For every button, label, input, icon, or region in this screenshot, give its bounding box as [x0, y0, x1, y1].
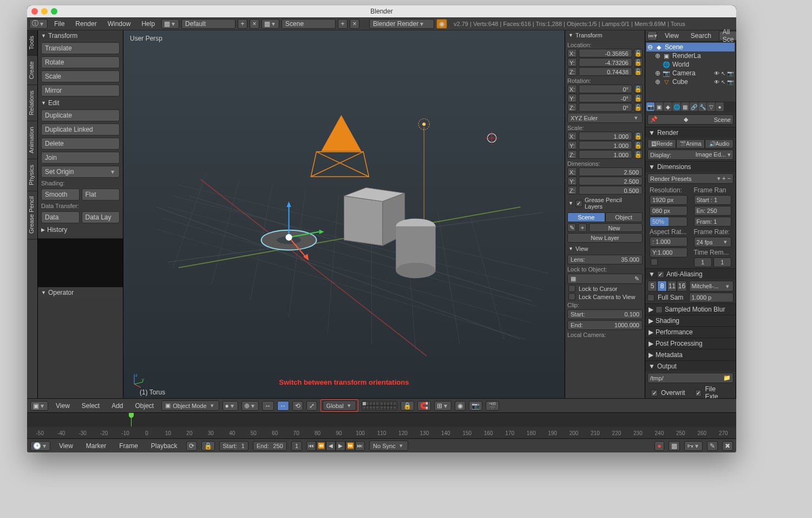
timeremap-old-field[interactable]: 1: [694, 257, 712, 267]
aa-16-button[interactable]: 16: [677, 281, 686, 292]
render-engine-selector[interactable]: Blender Render▾: [369, 19, 434, 29]
render-icon[interactable]: 📷: [727, 70, 734, 76]
mode-selector[interactable]: ▣Object Mode▾: [161, 400, 219, 411]
keying-set-selector[interactable]: 🗝▾: [684, 441, 703, 451]
aa-filter-selector[interactable]: Mitchell-...▾: [689, 281, 734, 292]
gp-object-button[interactable]: Object: [605, 212, 643, 222]
scene-delete-icon[interactable]: ×: [350, 19, 359, 29]
rotate-button[interactable]: Rotate: [41, 56, 120, 68]
panel-history[interactable]: ▶History: [38, 224, 123, 235]
editor-type-selector[interactable]: ⓘ▾: [29, 19, 48, 29]
smooth-button[interactable]: Smooth: [41, 189, 80, 200]
pivot-selector[interactable]: ⊕▾: [241, 401, 259, 411]
snap-toggle-icon[interactable]: 🧲: [417, 401, 431, 411]
tl-frame-menu[interactable]: Frame: [115, 442, 142, 450]
lock-icon[interactable]: 🔓: [634, 150, 643, 159]
auto-key-toggle-icon[interactable]: ●: [654, 441, 664, 451]
render-button[interactable]: 🖼Rende: [647, 139, 676, 148]
mblur-checkbox[interactable]: [656, 306, 663, 313]
pixel-filter-field[interactable]: 1.000 p: [689, 293, 734, 302]
outliner-view-menu[interactable]: View: [660, 32, 683, 40]
panel-transform[interactable]: ▼Transform: [38, 30, 123, 41]
set-origin-button[interactable]: Set Origin▾: [41, 166, 120, 178]
view3d-add-menu[interactable]: Add: [107, 402, 127, 410]
translate-button[interactable]: Translate: [41, 42, 120, 54]
duplicate-button[interactable]: Duplicate: [41, 109, 120, 121]
vtab-grease-pencil[interactable]: Grease Pencil: [27, 191, 37, 239]
insert-keyframe-icon[interactable]: ✎: [707, 441, 718, 451]
tab-world-icon[interactable]: 🌐: [672, 102, 680, 111]
tl-marker-menu[interactable]: Marker: [82, 442, 110, 450]
outliner-filter-field[interactable]: All Sce: [719, 31, 736, 41]
sync-mode-selector[interactable]: No Sync▾: [369, 441, 408, 451]
view3d-view-menu[interactable]: View: [51, 402, 74, 410]
loc-z-field[interactable]: 0.74438: [579, 67, 632, 76]
opengl-animation-icon[interactable]: 🎬: [486, 401, 499, 411]
lock-icon[interactable]: 🔓: [634, 85, 643, 93]
delete-keyframe-icon[interactable]: ✖: [722, 441, 733, 451]
eye-icon[interactable]: 👁: [714, 79, 719, 85]
play-reverse-icon[interactable]: ◀: [326, 441, 336, 451]
lock-layers-icon[interactable]: 🔒: [401, 401, 414, 411]
scale-manipulator-icon[interactable]: ⤢: [306, 401, 317, 411]
scale-button[interactable]: Scale: [41, 70, 120, 82]
frame-current-field[interactable]: 1: [291, 441, 302, 451]
data-button[interactable]: Data: [41, 211, 80, 223]
outliner-row-scene[interactable]: ⊖◆Scene: [646, 43, 735, 51]
lock-range-icon[interactable]: 🔒: [201, 441, 215, 451]
rot-y-field[interactable]: -0°: [579, 94, 632, 102]
lens-field[interactable]: Lens:35.000: [567, 255, 643, 264]
tab-renderlayers-icon[interactable]: ▣: [655, 102, 663, 111]
join-button[interactable]: Join: [41, 152, 120, 164]
aspect-x-field[interactable]: : 1.000: [650, 237, 687, 247]
editor-type-icon[interactable]: 🕒▾: [30, 441, 50, 451]
range-toggle-icon[interactable]: ⟳: [186, 441, 197, 451]
outliner-search-menu[interactable]: Search: [686, 32, 716, 40]
dim-x-field[interactable]: 2.500: [579, 167, 643, 176]
fps-selector[interactable]: 24 fps▾: [694, 237, 732, 247]
view3d-select-menu[interactable]: Select: [77, 402, 104, 410]
tab-object-icon[interactable]: ▦: [681, 102, 689, 111]
editor-type-icon[interactable]: ▣▾: [30, 401, 48, 411]
outliner-row-renderlayers[interactable]: ⊕▣RenderLa: [646, 51, 735, 60]
menu-file[interactable]: File: [50, 20, 69, 28]
section-performance[interactable]: ▶Performance: [645, 326, 736, 338]
gp-scene-button[interactable]: Scene: [567, 212, 605, 222]
frame-start-field[interactable]: Start : 1: [694, 195, 732, 205]
lock-icon[interactable]: 🔓: [634, 67, 643, 76]
timeremap-new-field[interactable]: 1: [713, 257, 731, 267]
aspect-y-field[interactable]: Y:1.000: [650, 248, 687, 257]
3d-viewport[interactable]: User Persp: [123, 30, 565, 398]
outliner-row-cube[interactable]: ⊕▽Cube👁↖📷: [646, 77, 735, 86]
rotation-mode-selector[interactable]: XYZ Euler▾: [567, 113, 643, 123]
section-output[interactable]: ▼Output: [645, 360, 736, 372]
tl-playback-menu[interactable]: Playback: [147, 442, 182, 450]
opengl-render-icon[interactable]: 📷: [469, 401, 482, 411]
rotate-manipulator-icon[interactable]: ⟲: [292, 401, 303, 411]
aa-8-button[interactable]: 8: [657, 281, 667, 292]
gp-new-layer-button[interactable]: New Layer: [567, 233, 643, 243]
border-checkbox[interactable]: [651, 258, 658, 266]
lock-icon[interactable]: 🔓: [634, 49, 643, 57]
tab-material-icon[interactable]: ●: [716, 102, 724, 111]
aa-11-button[interactable]: 11: [667, 281, 677, 292]
res-x-field[interactable]: 1920 px: [650, 195, 687, 205]
clip-start-field[interactable]: Start:0.100: [567, 309, 643, 319]
res-y-field[interactable]: 080 px: [650, 206, 687, 216]
vtab-relations[interactable]: Relations: [27, 85, 37, 121]
clip-end-field[interactable]: End:1000.000: [567, 320, 643, 330]
keying-set-icon[interactable]: ▦: [669, 441, 680, 451]
gp-checkbox[interactable]: ✓: [575, 200, 582, 207]
timeline-cursor[interactable]: [131, 413, 132, 426]
outliner-row-world[interactable]: 🌐World: [646, 60, 735, 69]
folder-icon[interactable]: 📁: [723, 374, 731, 381]
section-postprocessing[interactable]: ▶Post Processing: [645, 338, 736, 349]
section-render[interactable]: ▼Render: [645, 127, 736, 138]
audio-button[interactable]: 🔊Audio: [705, 139, 734, 148]
frame-end-field[interactable]: End:250: [253, 441, 287, 451]
dim-y-field[interactable]: 2.500: [579, 177, 643, 185]
jump-end-icon[interactable]: ⏭: [355, 441, 365, 451]
output-path-field[interactable]: /tmp/📁: [647, 373, 734, 383]
pin-icon[interactable]: 📌: [650, 116, 658, 123]
manipulator-toggle-icon[interactable]: ↔: [262, 401, 274, 411]
